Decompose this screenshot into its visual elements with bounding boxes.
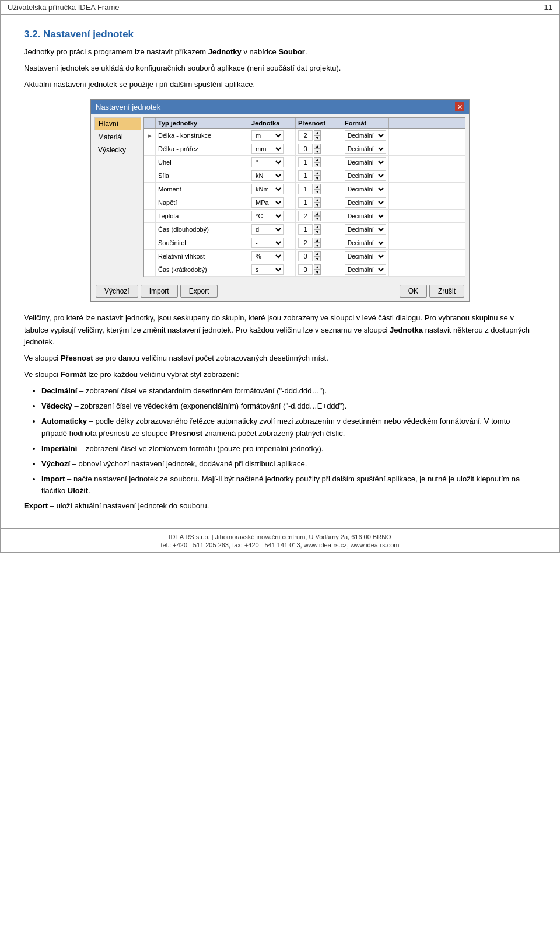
export-button[interactable]: Export	[180, 285, 218, 298]
stepper-up[interactable]: ▲	[314, 251, 321, 256]
intro1-bold2: Soubor	[278, 47, 305, 56]
col-header-precision: Přesnost	[296, 118, 342, 128]
type-cell: Úhel	[156, 156, 249, 169]
precision-input[interactable]	[298, 184, 313, 194]
stepper-up[interactable]: ▲	[314, 264, 321, 270]
type-cell: Čas (dlouhodobý)	[156, 223, 249, 236]
list-item: Imperiální – zobrazení čísel ve zlomkové…	[41, 443, 536, 455]
body-paragraph-1: Veličiny, pro které lze nastavit jednotk…	[24, 312, 536, 347]
dialog-body: Hlavní Materiál Výsledky Typ jednotky Je…	[91, 114, 469, 281]
bullet4-text: – zobrazení čísel ve zlomkovém formátu (…	[79, 444, 323, 453]
format-select[interactable]: Decimální	[345, 224, 386, 235]
precision-input[interactable]	[298, 170, 313, 181]
import-button[interactable]: Import	[141, 285, 178, 298]
unit-select[interactable]: °	[251, 157, 284, 167]
precision-input[interactable]	[298, 251, 313, 261]
unit-select[interactable]: °C	[251, 211, 284, 221]
unit-cell: MPa	[249, 196, 296, 209]
unit-select[interactable]: m	[251, 130, 284, 141]
stepper-down[interactable]: ▼	[314, 270, 321, 275]
precision-input[interactable]	[298, 224, 313, 235]
stepper-up[interactable]: ▲	[314, 144, 321, 149]
precision-input[interactable]	[298, 144, 313, 154]
stepper-down[interactable]: ▼	[314, 149, 321, 154]
page-number: 11	[544, 3, 552, 12]
stepper-down[interactable]: ▼	[314, 203, 321, 208]
unit-select[interactable]: kNm	[251, 184, 284, 194]
stepper-down[interactable]: ▼	[314, 135, 321, 141]
stepper-up[interactable]: ▲	[314, 224, 321, 229]
format-cell: Decimální	[342, 169, 389, 182]
format-select[interactable]: Decimální	[345, 251, 386, 261]
dialog-sidebar: Hlavní Materiál Výsledky	[94, 117, 141, 277]
table-row: Teplota °C ▲ ▼	[144, 210, 465, 223]
format-select[interactable]: Decimální	[345, 184, 386, 194]
stepper-up[interactable]: ▲	[314, 238, 321, 243]
stepper-down[interactable]: ▼	[314, 162, 321, 167]
precision-input[interactable]	[298, 238, 313, 248]
sidebar-item-material[interactable]: Materiál	[94, 131, 141, 143]
bbullet2-bold: Import	[41, 474, 65, 483]
dialog-footer: Výchozí Import Export OK Zrušit	[91, 281, 469, 301]
table-header-row: Typ jednotky Jednotka Přesnost Formát	[144, 118, 465, 129]
stepper-down[interactable]: ▼	[314, 256, 321, 261]
unit-select[interactable]: mm	[251, 144, 284, 154]
format-select[interactable]: Decimální	[345, 157, 386, 167]
stepper-up[interactable]: ▲	[314, 157, 321, 162]
vychozi-button[interactable]: Výchozí	[96, 285, 138, 298]
stepper: ▲ ▼	[314, 157, 321, 167]
p1-bold: Jednotka	[390, 326, 423, 334]
type-cell: Teplota	[156, 210, 249, 222]
sidebar-item-hlavni[interactable]: Hlavní	[94, 117, 141, 130]
format-select[interactable]: Decimální	[345, 130, 386, 141]
stepper-up[interactable]: ▲	[314, 184, 321, 189]
precision-input[interactable]	[298, 130, 313, 141]
stepper-up[interactable]: ▲	[314, 211, 321, 216]
page-header-title: Uživatelská příručka IDEA Frame	[8, 3, 119, 12]
stepper-up[interactable]: ▲	[314, 197, 321, 203]
stepper-down[interactable]: ▼	[314, 189, 321, 194]
type-cell: Součinitel	[156, 236, 249, 249]
stepper-down[interactable]: ▼	[314, 243, 321, 248]
stepper-down[interactable]: ▼	[314, 216, 321, 221]
unit-select[interactable]: -	[251, 238, 284, 248]
zrusit-button[interactable]: Zrušit	[429, 285, 464, 298]
unit-select[interactable]: MPa	[251, 197, 284, 208]
dialog-table: Typ jednotky Jednotka Přesnost Formát ► …	[144, 117, 466, 277]
format-select[interactable]: Decimální	[345, 238, 386, 248]
expand-cell	[144, 250, 156, 263]
dialog-footer-right: OK Zrušit	[400, 285, 464, 298]
format-select[interactable]: Decimální	[345, 211, 386, 221]
expand-cell	[144, 263, 156, 276]
unit-select[interactable]: kN	[251, 170, 284, 181]
stepper: ▲ ▼	[314, 144, 321, 154]
precision-cell: ▲ ▼	[296, 196, 342, 209]
expand-cell	[144, 210, 156, 222]
col-header-type: Typ jednotky	[156, 118, 249, 128]
unit-select[interactable]: %	[251, 251, 284, 261]
expand-cell	[144, 196, 156, 209]
stepper-up[interactable]: ▲	[314, 130, 321, 135]
unit-select[interactable]: s	[251, 264, 284, 275]
format-select[interactable]: Decimální	[345, 197, 386, 208]
precision-input[interactable]	[298, 197, 313, 208]
stepper-up[interactable]: ▲	[314, 170, 321, 176]
ok-button[interactable]: OK	[400, 285, 427, 298]
format-select[interactable]: Decimální	[345, 170, 386, 181]
export-bold: Export	[24, 501, 48, 510]
table-row: Relativní vlhkost % ▲ ▼	[144, 250, 465, 263]
sidebar-item-vysledky[interactable]: Výsledky	[94, 144, 141, 156]
expand-cell	[144, 223, 156, 236]
dialog-close-button[interactable]: ✕	[455, 102, 464, 111]
precision-input[interactable]	[298, 264, 313, 275]
precision-input[interactable]	[298, 157, 313, 167]
stepper-down[interactable]: ▼	[314, 176, 321, 181]
stepper-down[interactable]: ▼	[314, 229, 321, 235]
unit-cell: -	[249, 236, 296, 249]
format-select[interactable]: Decimální	[345, 264, 386, 275]
stepper: ▲ ▼	[314, 184, 321, 194]
precision-input[interactable]	[298, 211, 313, 221]
unit-select[interactable]: d	[251, 224, 284, 235]
p2-bold: Přesnost	[61, 354, 93, 362]
format-select[interactable]: Decimální	[345, 144, 386, 154]
